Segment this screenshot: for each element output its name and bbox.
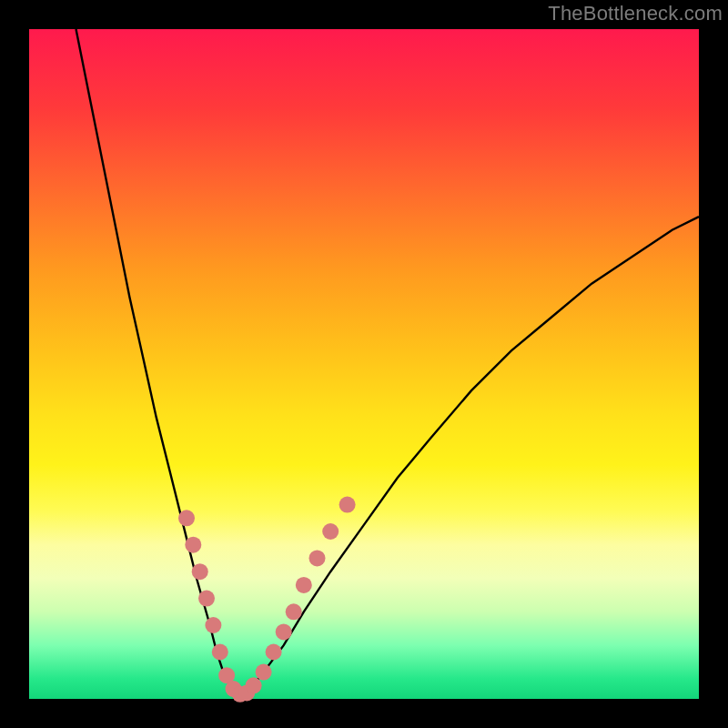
highlight-marker (178, 510, 195, 526)
watermark-text: TheBottleneck.com (548, 2, 723, 25)
right-branch-curve (237, 217, 699, 695)
highlight-marker (339, 497, 356, 513)
curve-layer (29, 29, 699, 699)
highlight-marker (309, 550, 326, 566)
highlight-marker (212, 644, 228, 661)
highlight-marker (256, 664, 272, 681)
highlight-marker (246, 677, 262, 693)
highlight-marker (276, 623, 292, 640)
highlight-marker (266, 644, 282, 661)
marker-group (178, 497, 356, 703)
chart-frame: TheBottleneck.com (0, 0, 728, 728)
highlight-marker (322, 523, 339, 540)
plot-area (29, 29, 699, 699)
highlight-marker (205, 617, 221, 633)
highlight-marker (296, 577, 312, 593)
highlight-marker (185, 537, 201, 553)
highlight-marker (192, 563, 208, 580)
highlight-marker (286, 603, 302, 620)
highlight-marker (198, 591, 215, 607)
